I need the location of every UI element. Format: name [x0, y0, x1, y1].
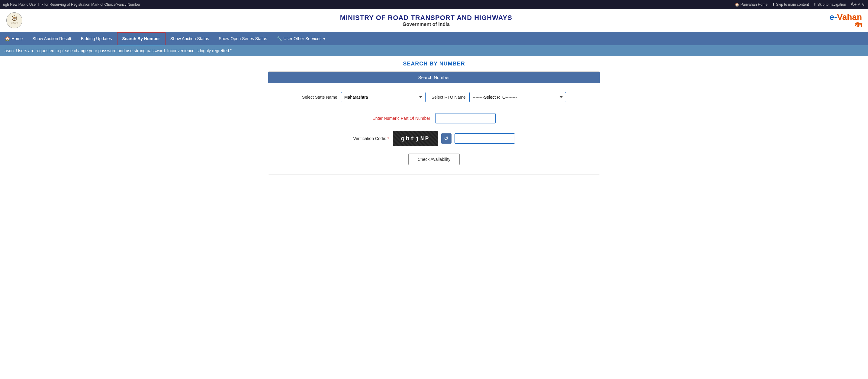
- state-select[interactable]: Maharashtra Delhi Karnataka Tamil Nadu G…: [341, 92, 426, 102]
- rto-select[interactable]: --------Select RTO--------: [469, 92, 566, 102]
- verification-label: Verification Code: *: [353, 136, 389, 141]
- search-card: Search Number Select State Name Maharash…: [268, 71, 600, 174]
- header: 🦁 सत्यमेव जयते MINISTRY OF ROAD TRANSPOR…: [0, 9, 868, 32]
- header-title: MINISTRY OF ROAD TRANSPORT AND HIGHWAYS: [23, 14, 830, 22]
- skip-main-link[interactable]: ⬇ Skip to main content: [772, 2, 809, 7]
- svg-text:🦁: 🦁: [13, 16, 16, 20]
- evahan-e: e-: [830, 12, 837, 22]
- font-size-controls: A+ A A-: [850, 2, 865, 7]
- captcha-image: gbtjNP: [393, 131, 438, 146]
- submit-row: Check Availability: [280, 153, 588, 165]
- emblem-icon: 🦁 सत्यमेव जयते: [6, 12, 23, 29]
- evahan-hindi: दीन: [830, 22, 862, 28]
- other-services-icon: 🔧: [277, 36, 282, 41]
- nav-home[interactable]: 🏠 Home: [0, 33, 28, 45]
- home-icon: 🏠: [5, 36, 10, 41]
- captcha-row: Verification Code: * gbtjNP ↺: [280, 131, 588, 146]
- notice-bar: ason. Users are requested to please chan…: [0, 45, 868, 56]
- captcha-input[interactable]: [455, 133, 515, 144]
- notice-text: ason. Users are requested to please chan…: [4, 48, 231, 53]
- numeric-input[interactable]: [435, 113, 496, 124]
- numeric-label: Enter Numeric Part Of Number:: [372, 116, 431, 121]
- evahan-logo: e-Vahan दीन: [830, 12, 862, 28]
- nav-open-series-status[interactable]: Show Open Series Status: [214, 33, 272, 45]
- search-card-body: Select State Name Maharashtra Delhi Karn…: [268, 83, 600, 174]
- captcha-area: gbtjNP ↺: [393, 131, 515, 146]
- top-bar-right: 🏠 Parivahan Home ⬇ Skip to main content …: [735, 2, 865, 7]
- nav-auction-status[interactable]: Show Auction Status: [165, 33, 214, 45]
- parivahan-home-link[interactable]: 🏠 Parivahan Home: [735, 2, 768, 7]
- captcha-refresh-button[interactable]: ↺: [441, 133, 452, 144]
- search-card-header: Search Number: [268, 72, 600, 83]
- page-heading: SEARCH BY NUMBER: [0, 56, 868, 71]
- top-bar: ugh New Public User link for Reserving o…: [0, 0, 868, 9]
- header-center: MINISTRY OF ROAD TRANSPORT AND HIGHWAYS …: [23, 14, 830, 27]
- rto-group: Select RTO Name --------Select RTO------…: [432, 92, 566, 102]
- refresh-icon: ↺: [444, 135, 448, 142]
- numeric-group: Enter Numeric Part Of Number:: [372, 113, 495, 124]
- font-large-btn[interactable]: A+: [850, 2, 857, 7]
- font-small-btn[interactable]: A-: [862, 3, 865, 6]
- skip-nav-link[interactable]: ⬇ Skip to navigation: [813, 2, 846, 7]
- top-notice: ugh New Public User link for Reserving o…: [3, 2, 141, 7]
- form-divider: [280, 110, 588, 110]
- captcha-group: Verification Code: * gbtjNP ↺: [353, 131, 515, 146]
- nav-other-services[interactable]: 🔧 User Other Services ▾: [272, 33, 330, 45]
- state-group: Select State Name Maharashtra Delhi Karn…: [302, 92, 426, 102]
- nav-search-by-number[interactable]: Search By Number: [117, 32, 165, 45]
- numeric-row: Enter Numeric Part Of Number:: [280, 113, 588, 124]
- captcha-text: gbtjNP: [401, 135, 430, 142]
- rto-label: Select RTO Name: [432, 95, 466, 100]
- dropdown-chevron-icon: ▾: [323, 36, 325, 41]
- evahan-vahan-text: Vahan: [837, 12, 862, 22]
- nav-bidding-updates[interactable]: Bidding Updates: [76, 33, 117, 45]
- state-label: Select State Name: [302, 95, 337, 100]
- navbar: 🏠 Home Show Auction Result Bidding Updat…: [0, 32, 868, 45]
- nav-auction-result[interactable]: Show Auction Result: [28, 33, 76, 45]
- state-rto-row: Select State Name Maharashtra Delhi Karn…: [280, 92, 588, 102]
- font-medium-btn[interactable]: A: [858, 2, 861, 7]
- header-logo: 🦁 सत्यमेव जयते: [6, 12, 23, 29]
- header-subtitle: Government of India: [23, 22, 830, 27]
- check-availability-button[interactable]: Check Availability: [408, 153, 460, 165]
- svg-text:सत्यमेव जयते: सत्यमेव जयते: [10, 22, 18, 24]
